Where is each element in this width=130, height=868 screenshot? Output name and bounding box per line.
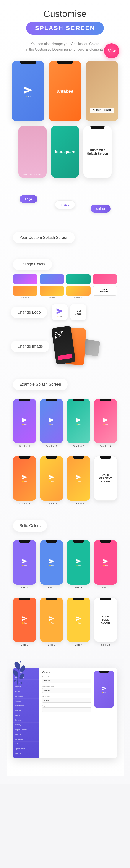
section-change-image: Change Image (11, 341, 50, 352)
phone-fashion-image: SHARE YOUR STYLE (19, 126, 46, 178)
phone-logo-demo: flyWeb (12, 61, 44, 121)
admin-sidebar-item[interactable]: Reviews (13, 718, 39, 722)
solid-grid-1: flyWebSolid 1 flyWebSolid 2 flyWebSolid … (13, 540, 117, 589)
swatch-gradient-12[interactable]: Gradient 12 (66, 286, 91, 296)
phone-customize-text: Customize Splash Screen (84, 126, 111, 178)
share-style-caption: SHARE YOUR STYLE (22, 173, 43, 175)
admin-sidebar-item[interactable]: Reports (13, 732, 39, 737)
example-gradient-4: flyWeb (94, 399, 117, 443)
svg-point-3 (19, 673, 25, 680)
admin-sidebar-item[interactable]: Pages (13, 713, 39, 718)
swatch-gradient-3[interactable]: Gradient 3 (66, 274, 91, 284)
swatch-gradient-4[interactable]: Gradient 4 (93, 274, 117, 284)
header: Customise SPLASH SCREEN (6, 9, 124, 35)
example-gradient-2: flyWeb (40, 399, 63, 443)
ontabee-logo: ontabee (57, 89, 73, 94)
leaf-decoration-icon (11, 659, 30, 689)
paper-plane-icon (56, 307, 63, 315)
foursquare-logo: foursquare (55, 150, 75, 154)
admin-sidebar-item[interactable]: Splash Screen (13, 746, 39, 751)
swatch-your-gradient[interactable]: YOUR GRADIENT (93, 286, 117, 296)
paper-plane-icon (24, 86, 33, 95)
admin-input[interactable] (42, 707, 91, 712)
admin-title: Colors (42, 671, 91, 674)
example-solid-6: flyWeb (40, 597, 63, 642)
solid-grid-2: flyWebSolid 5 flyWebSolid 6 flyWebSolid … (13, 597, 117, 646)
pill-colors: Colors (91, 205, 110, 213)
paper-plane-icon (101, 686, 107, 691)
phone-ontabee: ontabee (49, 61, 81, 121)
admin-sidebar-item[interactable]: Languages (13, 737, 39, 742)
section-example-splash: Example Splash Screen (13, 379, 68, 390)
example-solid-2: flyWeb (40, 540, 63, 585)
click-lunch-label: CLICK LUNCH (90, 108, 114, 113)
pill-image: Image (55, 200, 75, 209)
footer-section: DashboardApp SettingsCategoriesProductsO… (6, 659, 124, 776)
admin-form: Colors Primary ColorSecondary ColorBackg… (42, 671, 91, 755)
logo-pair: flyWeb Your Logo (52, 304, 86, 320)
example-solid-5: flyWeb (13, 597, 36, 642)
admin-sidebar-item[interactable]: Orders (13, 689, 39, 694)
admin-sidebar-item[interactable]: Payment Settings (13, 727, 39, 732)
admin-input[interactable] (42, 679, 91, 683)
subtitle: You can also change your Application Col… (17, 41, 113, 52)
title-splash-screen: SPLASH SCREEN (26, 22, 104, 35)
example-solid-1: flyWeb (13, 540, 36, 585)
phone-foursquare: foursquare (51, 126, 79, 178)
hero-phones-row-1: flyWeb ontabee CLICK LUNCH (6, 61, 124, 121)
logo-demo: flyWeb (52, 304, 68, 320)
example-solid-3: flyWeb (67, 540, 90, 585)
swatch-gradient-2[interactable]: Gradient 2 (40, 274, 64, 284)
admin-input[interactable] (42, 698, 91, 703)
admin-sidebar-item[interactable]: Customers (13, 694, 39, 699)
admin-field-label: Secondary Color (42, 686, 91, 687)
section-solid-colors: Solid Colors (13, 520, 47, 531)
admin-sidebar-item[interactable]: Colors (13, 742, 39, 746)
admin-sidebar-item[interactable]: Support (13, 751, 39, 756)
admin-preview-phone: flyWeb (94, 671, 114, 708)
section-change-colors: Change Colors (13, 258, 52, 270)
example-gradient-6: flyWeb (40, 456, 63, 501)
hero-phones-row-2: SHARE YOUR STYLE foursquare Customize Sp… (6, 126, 124, 178)
customize-splash-text: Customize Splash Screen (85, 148, 110, 155)
swatch-gradient-11[interactable]: Gradient 11 (40, 286, 64, 296)
admin-sidebar-item[interactable]: Coupons (13, 699, 39, 704)
admin-field-label: Background (42, 695, 91, 697)
example-solid-4: flyWeb (94, 540, 117, 585)
pill-logo: Logo (20, 195, 37, 203)
example-solid-7: flyWeb (67, 597, 90, 642)
swatch-gradient-1[interactable]: Gradient 1 (13, 274, 37, 284)
example-gradient-7: flyWeb (67, 456, 90, 501)
section-your-custom: Your Custom Splash Screen (13, 232, 75, 243)
gradient-grid-1: flyWebGradient 1 flyWebGradient 2 flyWeb… (13, 399, 117, 447)
image-stack (54, 327, 97, 366)
svg-point-1 (20, 665, 26, 673)
brand-text: flyWeb (26, 95, 30, 97)
gradient-grid-2: flyWebGradient 5 flyWebGradient 6 flyWeb… (13, 456, 117, 505)
example-gradient-5: flyWeb (13, 456, 36, 501)
svg-point-4 (14, 680, 15, 681)
phone-food-image: CLICK LUNCH (86, 61, 118, 121)
admin-sidebar-item[interactable]: Delivery (13, 722, 39, 727)
svg-point-5 (21, 682, 22, 684)
example-your-gradient[interactable]: YOUR GRADIENT COLOR (94, 456, 117, 501)
example-your-solid[interactable]: YOUR SOLID COLOR (94, 597, 117, 642)
subtitle-text: You can also change your Application Col… (26, 42, 105, 51)
admin-sidebar-item[interactable]: Banners (13, 708, 39, 713)
admin-field-label: Logo (42, 705, 91, 707)
tree-diagram: Logo Image Colors (6, 182, 124, 217)
example-gradient-1: flyWeb (13, 399, 36, 443)
admin-field-label: Primary Color (42, 676, 91, 678)
color-swatches: Gradient 1 Gradient 2 Gradient 3 Gradien… (13, 274, 117, 296)
section-change-logo: Change Logo (11, 307, 47, 318)
your-logo-box[interactable]: Your Logo (70, 304, 86, 320)
title-customise: Customise (6, 9, 124, 19)
admin-sidebar-item[interactable]: Notifications (13, 704, 39, 708)
swatch-gradient-10[interactable]: Gradient 10 (13, 286, 37, 296)
admin-input[interactable] (42, 688, 91, 693)
example-gradient-3: flyWeb (67, 399, 90, 443)
new-badge: New (104, 43, 119, 58)
